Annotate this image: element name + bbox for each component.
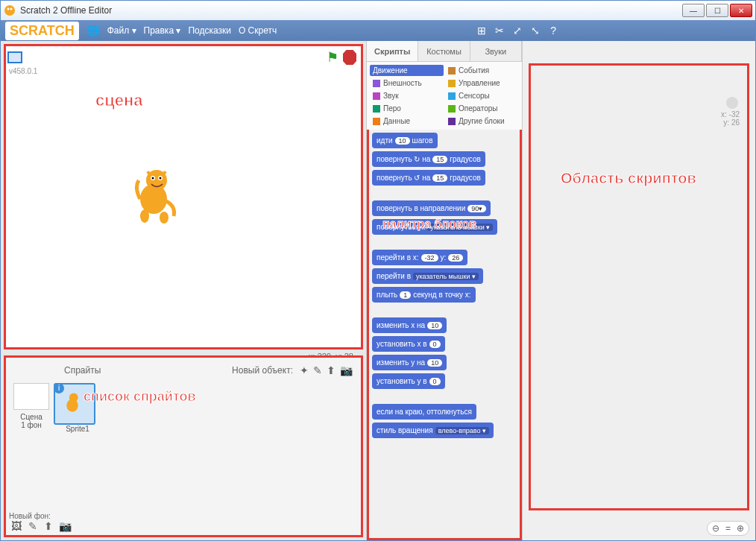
block-set-x[interactable]: установить x в0 — [372, 336, 445, 352]
category-Звук[interactable]: Звук — [370, 90, 444, 101]
tab-costumes[interactable]: Костюмы — [418, 41, 470, 61]
camera-backdrop-icon[interactable]: 📷 — [59, 520, 72, 532]
upload-sprite-icon[interactable]: ⬆ — [327, 364, 336, 376]
tab-sounds[interactable]: Звуки — [470, 41, 522, 61]
category-События[interactable]: События — [445, 65, 519, 76]
scripts-area[interactable]: Область скриптов x: -32 y: 26 — [529, 63, 749, 510]
tab-scripts[interactable]: Скрипты — [367, 41, 418, 61]
choose-backdrop-icon[interactable]: 🖼 — [11, 520, 22, 532]
window-minimize-button[interactable]: — — [682, 4, 705, 17]
block-set-y[interactable]: установить y в0 — [372, 373, 445, 389]
category-Сенсоры[interactable]: Сенсоры — [445, 90, 519, 101]
stage-thumbnail[interactable]: Сцена 1 фон — [9, 383, 54, 433]
globe-icon[interactable]: 🌐 — [86, 24, 100, 37]
svg-point-2 — [10, 8, 13, 10]
annotation-palette: палитра блоков — [382, 218, 476, 231]
shrink-icon[interactable]: ⤡ — [529, 24, 542, 37]
sprites-panel: Спрайты Новый объект: ✦ ✎ ⬆ 📷 Сцена 1 фо… — [4, 355, 363, 537]
window-title: Scratch 2 Offline Editor — [20, 5, 112, 16]
category-grid: ДвижениеСобытияВнешностьУправлениеЗвукСе… — [367, 62, 522, 130]
blocks-palette: палитра блоков идти10шагов повернуть ↻ н… — [367, 130, 522, 540]
scissors-icon[interactable]: ✂ — [493, 24, 506, 37]
block-turn-cw[interactable]: повернуть ↻ на15градусов — [372, 151, 485, 167]
window-close-button[interactable]: ✕ — [730, 4, 752, 17]
camera-sprite-icon[interactable]: 📷 — [340, 364, 353, 376]
new-backdrop-label: Новый фон: — [9, 512, 74, 520]
window-maximize-button[interactable]: ☐ — [706, 4, 728, 17]
zoom-out-icon[interactable]: ⊖ — [712, 523, 719, 534]
annotation-scripts-area: Область скриптов — [561, 170, 696, 187]
sprites-title: Спрайты — [64, 365, 101, 376]
category-Операторы[interactable]: Операторы — [445, 103, 519, 114]
category-Управление[interactable]: Управление — [445, 77, 519, 89]
block-goto-xy[interactable]: перейти в x:-32y:26 — [372, 250, 467, 265]
svg-point-9 — [140, 209, 149, 223]
category-Перо[interactable]: Перо — [370, 103, 444, 114]
green-flag-icon[interactable]: ⚑ — [327, 49, 338, 66]
block-edge-bounce[interactable]: если на краю, оттолкнуться — [372, 404, 476, 420]
annotation-stage: сцена — [95, 91, 143, 110]
stamp-icon[interactable]: ⊞ — [475, 24, 488, 37]
help-icon[interactable]: ? — [546, 24, 560, 37]
menubar: SCRATCH 🌐 Файл ▾ Правка ▾ Подсказки О Ск… — [1, 20, 755, 41]
choose-sprite-icon[interactable]: ✦ — [300, 364, 309, 376]
paint-backdrop-icon[interactable]: ✎ — [28, 520, 37, 532]
category-Данные[interactable]: Данные — [370, 116, 444, 127]
block-rotation-style[interactable]: стиль вращениявлево-вправо ▾ — [372, 423, 494, 438]
menu-about[interactable]: О Скретч — [239, 25, 277, 36]
sprite-position-readout: x: -32 y: 26 — [721, 95, 740, 127]
stop-icon[interactable] — [343, 50, 356, 65]
category-Движение[interactable]: Движение — [370, 65, 444, 76]
zoom-in-icon[interactable]: ⊕ — [737, 523, 744, 534]
svg-point-12 — [69, 393, 78, 402]
svg-point-7 — [152, 177, 154, 180]
category-Внешность[interactable]: Внешность — [370, 77, 444, 89]
svg-point-10 — [160, 212, 168, 224]
zoom-controls: ⊖ = ⊕ — [707, 521, 749, 536]
scratch-app-icon — [4, 4, 16, 16]
svg-point-1 — [7, 8, 10, 10]
paint-sprite-icon[interactable]: ✎ — [313, 364, 322, 376]
editor-tabs: Скрипты Костюмы Звуки — [367, 41, 522, 62]
block-move-steps[interactable]: идти10шагов — [372, 133, 438, 148]
grow-icon[interactable]: ⤢ — [511, 24, 524, 37]
fullscreen-button[interactable] — [7, 51, 22, 63]
svg-point-0 — [4, 5, 15, 16]
window-titlebar: Scratch 2 Offline Editor — ☐ ✕ — [1, 1, 755, 20]
menu-file[interactable]: Файл ▾ — [107, 25, 136, 36]
stage-panel: ⚑ v458.0.1 сцена x: 229 y: 28 — [4, 44, 363, 349]
menu-edit[interactable]: Правка ▾ — [144, 25, 181, 36]
new-object-label: Новый объект: — [232, 365, 293, 376]
block-turn-ccw[interactable]: повернуть ↺ на15градусов — [372, 170, 485, 186]
svg-point-8 — [160, 177, 162, 180]
category-Другие блоки[interactable]: Другие блоки — [445, 116, 519, 127]
sprite-info-icon[interactable]: i — [54, 383, 64, 393]
scratch-logo[interactable]: SCRATCH — [5, 22, 79, 40]
block-change-y[interactable]: изменить y на10 — [372, 355, 447, 370]
block-point-direction[interactable]: повернуть в направлении90▾ — [372, 200, 491, 216]
annotation-sprite-list: список спрайтов — [84, 389, 196, 405]
stage-sprite-cat[interactable] — [133, 165, 185, 225]
block-change-x[interactable]: изменить x на10 — [372, 317, 447, 333]
block-goto-target[interactable]: перейти вуказатель мышки ▾ — [372, 268, 483, 284]
zoom-reset-icon[interactable]: = — [725, 523, 731, 534]
svg-point-13 — [726, 97, 738, 109]
upload-backdrop-icon[interactable]: ⬆ — [44, 520, 53, 532]
menu-tips[interactable]: Подсказки — [188, 25, 231, 36]
block-glide[interactable]: плыть1секунд в точку x: — [372, 287, 476, 303]
version-label: v458.0.1 — [9, 67, 37, 75]
